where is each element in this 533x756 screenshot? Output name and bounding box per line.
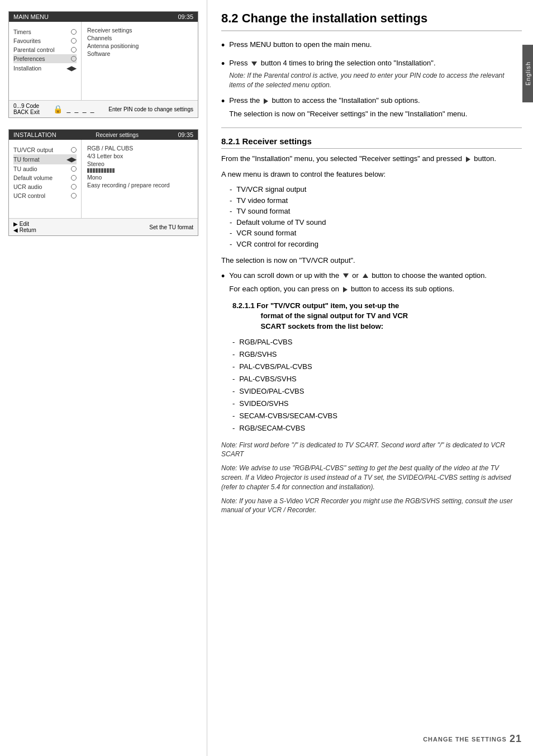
- right-item-channels: Channels: [87, 34, 192, 42]
- main-menu-time: 09:35: [178, 13, 193, 20]
- install-menu-time: 09:35: [178, 131, 193, 138]
- bullet-press-3-rest: button to access the "Installation" sub …: [270, 96, 420, 105]
- menu-item-timers[interactable]: Timers: [13, 27, 77, 36]
- defvol-label: Default volume: [13, 174, 53, 181]
- install-menu-box: INSTALLATION Receiver settings 09:35 TU/…: [8, 129, 198, 236]
- bullet-dot-1: •: [221, 39, 225, 53]
- main-menu-title: MAIN MENU: [13, 13, 49, 20]
- vol-seg-6: [101, 168, 103, 173]
- menu-item-preferences[interactable]: Preferences: [13, 54, 77, 63]
- menu-item-ucrcontrol[interactable]: UCR control: [13, 191, 77, 200]
- menu-item-favourites[interactable]: Favourites: [13, 36, 77, 45]
- scroll-text-3: button to choose the wanted option.: [370, 271, 487, 280]
- install-footer-actions: ▶ Edit ◀ Return: [13, 221, 36, 233]
- ucraudio-radio: [71, 184, 77, 190]
- tuformat-arrow: ◀▶: [66, 155, 77, 163]
- scroll-bullet: • You can scroll down or up with the or …: [221, 271, 522, 294]
- menu-item-tuvcr[interactable]: TU/VCR output: [13, 145, 77, 154]
- install-footer-left: ▶ Edit ◀ Return: [13, 221, 36, 233]
- pin-dashes: _ _ _ _: [67, 105, 96, 113]
- sig-pal-svhs: PAL-CVBS/SVHS: [232, 373, 522, 385]
- feature-tvvcr: TV/VCR signal output: [230, 184, 522, 195]
- note-1: Note: First word before "/" is dedicated…: [221, 441, 522, 460]
- pin-area: 🔒 _ _ _ _: [53, 105, 96, 114]
- page-footer: CHANGE THE SETTINGS 21: [423, 733, 522, 745]
- menu-item-defvol[interactable]: Default volume: [13, 173, 77, 182]
- menu-item-tuformat[interactable]: TU format ◀▶: [13, 154, 77, 164]
- footer-back-text: BACK Exit: [13, 109, 40, 115]
- bullet-item-3: • Press the button to access the "Instal…: [221, 96, 522, 119]
- footer-page: 21: [510, 733, 522, 745]
- right-panel: English 8.2 Change the installation sett…: [207, 0, 533, 756]
- feature-list: TV/VCR signal output TV video format TV …: [230, 184, 522, 249]
- vol-seg-9: [110, 168, 112, 173]
- installation-label: Installation: [13, 65, 41, 72]
- sig-secam-secam: SECAM-CVBS/SECAM-CVBS: [232, 410, 522, 422]
- triangle-down-1: [250, 59, 259, 67]
- scroll-bullet-dot: •: [221, 270, 225, 284]
- install-menu-right: RGB / PAL CUBS 4/3 Letter box Stereo: [82, 140, 198, 218]
- bullet-text-1: Press MENU button to open the main menu.: [229, 40, 522, 50]
- scroll-text-1: You can scroll down or up with the: [229, 271, 341, 280]
- signal-output-list: RGB/PAL-CVBS RGB/SVHS PAL-CVBS/PAL-CVBS …: [232, 336, 522, 435]
- install-footer-hint: Set the TU format: [149, 224, 193, 230]
- right-stereo: Stereo: [87, 160, 192, 168]
- sig-svideo-pal: SVIDEO/PAL-CVBS: [232, 385, 522, 398]
- sig-pal-pal: PAL-CVBS/PAL-CVBS: [232, 361, 522, 373]
- sig-svideo-svhs: SVIDEO/SVHS: [232, 398, 522, 410]
- scroll-extra: For each option, you can press on button…: [229, 284, 522, 294]
- vol-seg-5: [98, 168, 101, 173]
- menu-item-parental[interactable]: Parental control: [13, 45, 77, 54]
- favourites-label: Favourites: [13, 37, 41, 44]
- footer-code-back: 0...9 Code BACK Exit: [13, 103, 40, 115]
- scroll-bullet-text: You can scroll down or up with the or bu…: [229, 271, 522, 294]
- parental-label: Parental control: [13, 46, 55, 53]
- install-menu-body: TU/VCR output TU format ◀▶ TU audio Defa…: [9, 140, 198, 218]
- main-menu-header: MAIN MENU 09:35: [9, 12, 198, 22]
- subsection-intro2: A new menu is drawn to control the featu…: [221, 169, 522, 180]
- install-return-text: ◀ Return: [13, 227, 36, 233]
- section-divider: [221, 127, 522, 128]
- menu-item-tuaudio[interactable]: TU audio: [13, 164, 77, 173]
- menu-item-ucraudio[interactable]: UCR audio: [13, 182, 77, 191]
- main-menu-footer: 0...9 Code BACK Exit 🔒 _ _ _ _ Enter PIN…: [9, 100, 198, 117]
- parental-radio: [71, 47, 77, 53]
- ucraudio-label: UCR audio: [13, 183, 42, 190]
- menu-item-installation[interactable]: Installation ◀▶: [13, 63, 77, 73]
- right-volbar: [87, 168, 192, 173]
- footer-label: CHANGE THE SETTINGS: [423, 736, 507, 743]
- sig-rgb-palcvbs: RGB/PAL-CVBS: [232, 336, 522, 348]
- install-menu-left: TU/VCR output TU format ◀▶ TU audio Defa…: [9, 140, 82, 218]
- install-menu-header: INSTALLATION Receiver settings 09:35: [9, 130, 198, 140]
- bullet-item-1: • Press MENU button to open the main men…: [221, 40, 522, 53]
- bullet-3-extra: The selection is now on "Receiver settin…: [229, 109, 522, 119]
- lang-tab: English: [522, 45, 533, 102]
- left-panel: MAIN MENU 09:35 Timers Favourites Parent…: [0, 0, 207, 756]
- install-right-title: Receiver settings: [56, 132, 178, 138]
- footer-code-text: 0...9 Code: [13, 103, 40, 109]
- triangle-down-2: [343, 273, 349, 278]
- vol-seg-10: [112, 168, 115, 173]
- vol-seg-4: [96, 168, 98, 173]
- right-letterbox: 4/3 Letter box: [87, 152, 192, 160]
- install-edit-text: ▶ Edit: [13, 221, 36, 227]
- defvol-radio: [71, 175, 77, 181]
- triangle-right-3: [343, 287, 348, 292]
- tuvcr-radio: [71, 147, 77, 153]
- note-3: Note: If you have a S-Video VCR Recorder…: [221, 497, 522, 516]
- vol-seg-3: [93, 168, 95, 173]
- sig-rgb-svhs: RGB/SVHS: [232, 348, 522, 361]
- subsubsection-title: 8.2.1.1 For "TV/VCR output" item, you se…: [232, 301, 522, 332]
- bullet-dot-3: •: [221, 94, 225, 108]
- ucrcontrol-radio: [71, 193, 77, 199]
- install-menu-footer: ▶ Edit ◀ Return Set the TU format: [9, 218, 198, 235]
- feature-vcrsound: VCR sound format: [230, 228, 522, 239]
- feature-vcrcontrol: VCR control for recording: [230, 239, 522, 250]
- preferences-label: Preferences: [13, 55, 45, 62]
- bullet-2-note: Note: If the Parental control is active,…: [229, 71, 522, 90]
- favourites-radio: [71, 38, 77, 44]
- tuaudio-label: TU audio: [13, 166, 37, 172]
- right-mono: Mono: [87, 173, 192, 181]
- main-bullet-list: • Press MENU button to open the main men…: [221, 40, 522, 119]
- subsection-821-title: 8.2.1 Receiver settings: [221, 136, 522, 149]
